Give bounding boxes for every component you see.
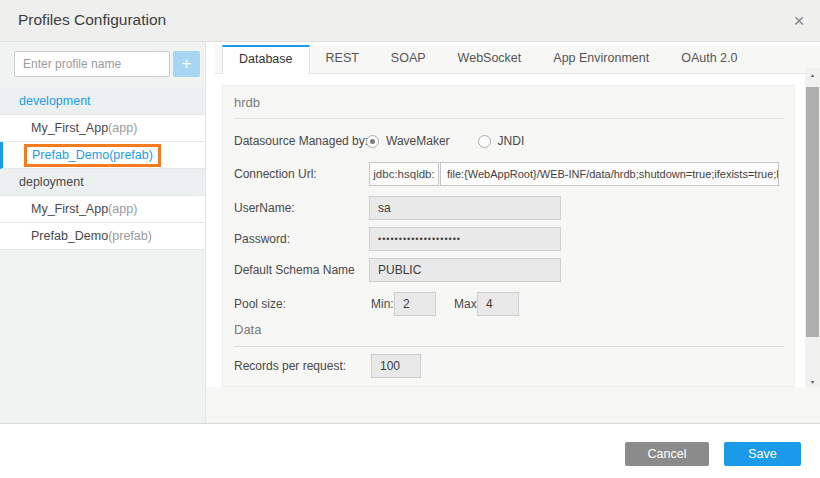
vertical-scrollbar[interactable]: ▴ ▾ [805, 68, 820, 390]
sidebar-item-my-first-app-deploy[interactable]: My_First_App(app) [0, 196, 205, 223]
password-label: Password: [234, 232, 290, 246]
title-bar: Profiles Configuration × [0, 0, 820, 42]
sidebar-group-deployment[interactable]: deployment [0, 169, 205, 196]
profile-name: My_First_App [31, 121, 108, 135]
pool-min-input[interactable] [394, 292, 436, 316]
radio-wavemaker[interactable] [366, 135, 379, 148]
tab-bar: Database REST SOAP WebSocket App Environ… [215, 45, 820, 74]
section-heading-data: Data [234, 322, 261, 337]
username-input[interactable] [369, 196, 561, 220]
scrollbar-thumb[interactable] [806, 87, 819, 337]
tab-websocket[interactable]: WebSocket [442, 45, 538, 73]
section-heading-hrdb: hrdb [234, 95, 260, 110]
dialog-footer: Cancel Save [0, 423, 820, 478]
profile-name: Prefab_Demo [31, 229, 108, 243]
cancel-button[interactable]: Cancel [625, 442, 709, 466]
scroll-up-icon[interactable]: ▴ [805, 68, 820, 83]
tab-app-environment[interactable]: App Environment [537, 45, 665, 73]
tab-rest[interactable]: REST [310, 45, 375, 73]
add-profile-button[interactable]: + [173, 51, 200, 77]
save-button[interactable]: Save [724, 442, 801, 466]
tab-soap[interactable]: SOAP [375, 45, 442, 73]
profile-name: My_First_App [31, 202, 108, 216]
profile-type-suffix: (app) [108, 202, 137, 216]
dialog-title: Profiles Configuration [18, 11, 166, 29]
schema-input[interactable] [369, 258, 561, 282]
profile-type-suffix: (prefab) [109, 148, 153, 162]
tab-oauth[interactable]: OAuth 2.0 [665, 45, 753, 73]
database-form-panel: hrdb Datasource Managed by: WaveMaker JN… [222, 85, 795, 387]
radio-jndi-label: JNDI [498, 134, 525, 148]
profile-name-input[interactable] [14, 51, 170, 77]
datasource-radio-group: WaveMaker JNDI [366, 134, 524, 148]
close-icon[interactable]: × [786, 8, 812, 34]
sidebar-group-development[interactable]: development [0, 88, 205, 115]
radio-jndi[interactable] [478, 135, 491, 148]
profile-type-suffix: (prefab) [108, 229, 152, 243]
profiles-sidebar: + development My_First_App(app) Prefab_D… [0, 42, 206, 423]
sidebar-item-prefab-demo-deploy[interactable]: Prefab_Demo (prefab) [0, 223, 205, 250]
selection-highlight-box: Prefab_Demo (prefab) [24, 144, 161, 167]
username-label: UserName: [234, 201, 295, 215]
profile-type-suffix: (app) [108, 121, 137, 135]
main-pane: Database REST SOAP WebSocket App Environ… [206, 42, 820, 387]
connection-url-prefix: jdbc:hsqldb: [369, 162, 439, 186]
schema-label: Default Schema Name [234, 263, 355, 277]
profiles-configuration-dialog: Profiles Configuration × + development M… [0, 0, 820, 478]
profile-name: Prefab_Demo [32, 148, 109, 162]
pool-max-input[interactable] [477, 292, 519, 316]
tab-database[interactable]: Database [222, 45, 310, 74]
radio-wavemaker-label: WaveMaker [386, 134, 450, 148]
records-per-request-input[interactable] [371, 354, 421, 378]
content-bottom-strip [206, 387, 820, 423]
sidebar-item-my-first-app-dev[interactable]: My_First_App(app) [0, 115, 205, 142]
pool-size-label: Pool size: [234, 297, 286, 311]
connection-url-label: Connection Url: [234, 167, 317, 181]
pool-min-label: Min: [371, 297, 394, 311]
profile-list: development My_First_App(app) Prefab_Dem… [0, 88, 205, 250]
password-input[interactable] [369, 227, 561, 251]
sidebar-item-prefab-demo-dev[interactable]: Prefab_Demo (prefab) [0, 142, 205, 169]
datasource-label: Datasource Managed by: [234, 134, 368, 148]
section-divider [234, 118, 784, 119]
section-divider [234, 346, 784, 347]
records-per-request-label: Records per request: [234, 359, 346, 373]
connection-url-input[interactable]: file:{WebAppRoot}/WEB-INF/data/hrdb;shut… [440, 162, 779, 186]
